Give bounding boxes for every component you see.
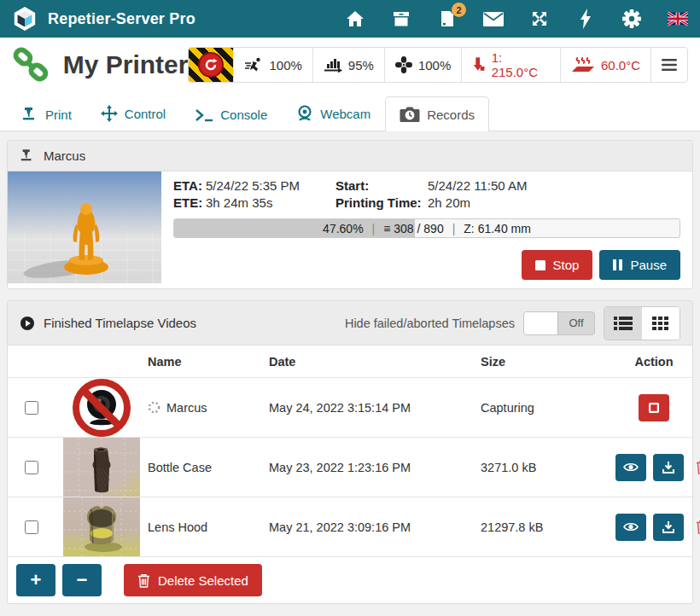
expand-icon[interactable] (529, 9, 550, 29)
minus-label: − (77, 569, 88, 591)
tab-webcam[interactable]: Webcam (282, 96, 385, 131)
printer-name: My Printer (63, 50, 189, 79)
download-video-button[interactable] (653, 514, 684, 541)
download-icon (662, 521, 674, 533)
tab-print[interactable]: Print (7, 97, 86, 131)
records-camera-icon (400, 106, 420, 123)
download-icon (662, 462, 674, 474)
reset-arrow-icon (203, 57, 219, 73)
pause-icon (613, 259, 622, 270)
printer-menu-button[interactable] (650, 48, 687, 82)
ete-value: 3h 24m 35s (206, 195, 335, 210)
heated-bed-icon (571, 56, 595, 73)
eye-icon (623, 462, 639, 473)
print-icon (21, 107, 38, 122)
delete-video-button[interactable] (696, 460, 700, 474)
trash-icon (137, 573, 150, 588)
record-date: May 21, 2022 3:09:16 PM (269, 520, 481, 534)
stop-capture-button[interactable] (639, 394, 669, 421)
col-action: Action (615, 355, 692, 369)
tab-console[interactable]: Console (180, 98, 282, 131)
table-row: Marcus May 24, 2022 3:15:14 PM Capturing (8, 378, 692, 438)
view-video-button[interactable] (615, 514, 646, 541)
home-icon[interactable] (345, 9, 365, 29)
hide-failed-label: Hide failed/aborted Timelapses (345, 317, 515, 330)
fan-icon (395, 56, 412, 73)
printing-time-value: 2h 20m (428, 195, 680, 210)
progress-separator: | (372, 222, 376, 235)
job-print-icon (20, 148, 35, 163)
emergency-stop-button[interactable] (189, 47, 233, 83)
pause-button[interactable]: Pause (599, 250, 680, 280)
start-value: 5/24/22 11:50 AM (428, 178, 680, 193)
extruder-status[interactable]: 1: 215.0°C (461, 48, 560, 82)
hamburger-icon (662, 59, 677, 71)
flow-status[interactable]: 95% (312, 48, 384, 82)
eta-value: 5/24/22 5:35 PM (206, 178, 335, 193)
record-size: Capturing (481, 401, 615, 415)
tab-records[interactable]: Records (385, 96, 489, 131)
table-footer: + − Delete Selected (8, 557, 692, 603)
mail-icon[interactable] (483, 9, 504, 29)
uk-flag-icon[interactable] (668, 9, 688, 29)
record-date: May 24, 2022 3:15:14 PM (269, 401, 481, 415)
trash-icon (696, 460, 700, 474)
tab-control[interactable]: Control (86, 96, 180, 131)
progress-bar: 47.60% | ≡ 308 / 890 | Z: 61.40 mm (173, 218, 680, 238)
job-preview-image (8, 171, 161, 283)
record-date: May 23, 2022 1:23:16 PM (269, 461, 481, 474)
fan-status[interactable]: 100% (384, 48, 461, 82)
timelapse-title: Finished Timelapse Videos (44, 316, 196, 330)
toggle-knob (524, 312, 558, 334)
print-job-panel: Marcus (7, 140, 693, 289)
bottle-case-thumbnail (63, 438, 140, 497)
console-icon (195, 108, 213, 122)
stop-button[interactable]: Stop (522, 250, 593, 280)
z-height-value: Z: 61.40 mm (464, 222, 531, 235)
speed-status[interactable]: 100% (233, 48, 312, 82)
notification-badge: 2 (452, 3, 466, 17)
stop-button-label: Stop (553, 258, 580, 272)
record-name: Bottle Case (148, 461, 212, 474)
tab-print-label: Print (45, 108, 72, 122)
col-size: Size (481, 355, 615, 369)
webcam-icon (296, 105, 313, 122)
grid-view-button[interactable] (642, 307, 680, 340)
download-video-button[interactable] (653, 454, 684, 481)
job-panel-header: Marcus (8, 141, 692, 171)
deselect-all-button[interactable]: − (62, 564, 102, 596)
flow-value: 95% (348, 58, 374, 73)
view-video-button[interactable] (615, 454, 646, 481)
hide-failed-toggle[interactable]: Off (523, 311, 595, 335)
delete-video-button[interactable] (696, 520, 700, 534)
play-circle-icon (20, 316, 35, 331)
gear-icon[interactable] (621, 9, 642, 29)
delete-selected-button[interactable]: Delete Selected (124, 564, 262, 596)
view-switcher (604, 306, 680, 340)
row-checkbox[interactable] (25, 461, 38, 474)
tab-bar: Print Control Console Webcam Records (0, 90, 700, 131)
select-all-button[interactable]: + (16, 564, 55, 596)
tab-control-label: Control (125, 107, 166, 121)
speed-icon (244, 57, 263, 73)
move-arrows-icon (101, 105, 118, 122)
archive-box-icon[interactable] (391, 9, 411, 29)
hexagon-logo-icon (12, 6, 38, 32)
printing-time-label: Printing Time: (335, 195, 428, 210)
start-label: Start: (335, 178, 428, 193)
col-date: Date (269, 355, 481, 369)
app-title: Repetier-Server Pro (48, 10, 195, 28)
printer-queue-icon[interactable]: 2 (437, 9, 458, 29)
stop-square-icon (535, 260, 545, 270)
bolt-icon[interactable] (575, 9, 596, 29)
layer-icon: ≡ (383, 222, 390, 235)
row-checkbox[interactable] (25, 520, 38, 534)
table-row: Lens Hood May 21, 2022 3:09:16 PM 21297.… (8, 497, 692, 557)
extruder-value: 1: 215.0°C (492, 50, 550, 79)
list-view-button[interactable] (604, 307, 642, 340)
tab-records-label: Records (427, 108, 475, 122)
list-view-icon (614, 316, 633, 331)
row-checkbox[interactable] (25, 401, 38, 415)
no-webcam-icon (73, 379, 131, 437)
bed-status[interactable]: 60.0°C (560, 48, 650, 82)
